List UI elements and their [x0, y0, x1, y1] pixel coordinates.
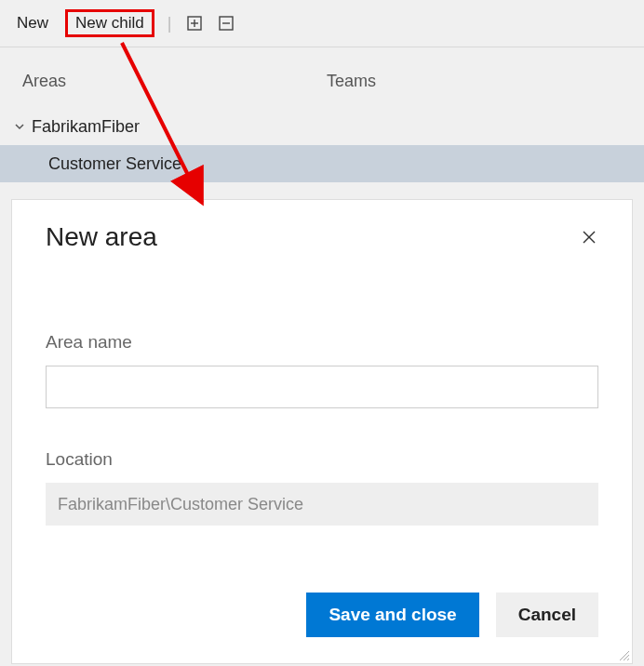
cancel-button[interactable]: Cancel [496, 593, 598, 637]
tabs: Areas Teams [0, 47, 644, 91]
new-button[interactable]: New [11, 10, 54, 36]
toolbar: New New child | [0, 0, 644, 47]
area-name-label: Area name [46, 332, 598, 353]
tree-root-label: FabrikamFiber [32, 117, 140, 137]
expand-all-button[interactable] [184, 13, 205, 33]
location-label: Location [46, 449, 598, 470]
toolbar-separator: | [168, 14, 172, 33]
svg-line-9 [627, 659, 629, 660]
chevron-down-icon [13, 120, 26, 133]
area-name-input[interactable] [46, 366, 598, 408]
resize-handle[interactable] [617, 648, 630, 661]
dialog-title: New area [46, 222, 157, 252]
dialog-header: New area [46, 222, 598, 252]
tab-teams[interactable]: Teams [327, 72, 376, 91]
tree-row-root[interactable]: FabrikamFiber [0, 108, 644, 145]
location-input [46, 483, 598, 526]
close-icon [581, 229, 597, 246]
collapse-all-button[interactable] [216, 13, 236, 33]
area-name-group: Area name [46, 332, 598, 408]
plus-box-icon [186, 15, 203, 32]
resize-icon [617, 648, 630, 661]
tree-child-label: Customer Service [48, 154, 181, 174]
dialog-footer: Save and close Cancel [306, 593, 598, 637]
area-tree: FabrikamFiber Customer Service [0, 108, 644, 182]
save-and-close-button[interactable]: Save and close [306, 593, 478, 637]
tree-row-child[interactable]: Customer Service [0, 145, 644, 182]
close-button[interactable] [580, 228, 598, 246]
location-group: Location [46, 449, 598, 526]
tab-areas[interactable]: Areas [22, 72, 66, 91]
new-area-dialog: New area Area name Location Save and clo… [11, 199, 633, 664]
new-child-button[interactable]: New child [65, 9, 154, 37]
minus-box-icon [218, 15, 235, 32]
